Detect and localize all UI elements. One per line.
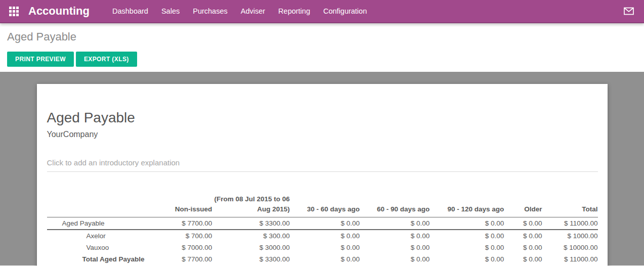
- money-cell: $ 7000.00: [167, 242, 212, 253]
- table-body: Aged Payable$ 7700.00$ 3300.00$ 0.00$ 0.…: [47, 217, 598, 265]
- page-title: Aged Payable: [7, 30, 637, 43]
- print-preview-button[interactable]: PRINT PREVIEW: [7, 52, 74, 67]
- money-cell: $ 0.00: [360, 217, 430, 230]
- nav-menu: DashboardSalesPurchasesAdviserReportingC…: [106, 0, 373, 22]
- table-row: Axelor$ 700.00$ 300.00$ 0.00$ 0.00$ 0.00…: [47, 230, 598, 242]
- money-cell: $ 0.00: [360, 253, 430, 265]
- report-title: Aged Payable: [47, 110, 598, 126]
- money-cell: $ 3300.00: [212, 217, 290, 230]
- money-cell: $ 0.00: [430, 253, 504, 265]
- money-cell: $ 0.00: [504, 217, 542, 230]
- money-cell: $ 0.00: [290, 230, 360, 242]
- money-cell: $ 300.00: [212, 230, 290, 242]
- money-cell: $ 3300.00: [212, 253, 290, 265]
- table-row: Aged Payable$ 7700.00$ 3300.00$ 0.00$ 0.…: [47, 217, 598, 230]
- money-cell: $ 0.00: [290, 242, 360, 253]
- nav-item-dashboard[interactable]: Dashboard: [106, 0, 155, 22]
- aged-payable-table: Non-issued(From 08 Jul 2015 to 06 Aug 20…: [47, 194, 598, 265]
- money-cell: $ 7700.00: [167, 253, 212, 265]
- column-header: Non-issued: [167, 194, 212, 217]
- money-cell: $ 11000.00: [542, 217, 597, 230]
- table-header-row: Non-issued(From 08 Jul 2015 to 06 Aug 20…: [47, 194, 598, 217]
- money-cell: $ 0.00: [430, 230, 504, 242]
- money-cell: $ 700.00: [167, 230, 212, 242]
- action-buttons: PRINT PREVIEW EXPORT (XLS): [7, 52, 637, 67]
- export-xls-button[interactable]: EXPORT (XLS): [76, 52, 137, 67]
- column-header: 90 - 120 days ago: [430, 194, 504, 217]
- row-label: Vauxoo: [47, 242, 167, 253]
- money-cell: $ 11000.00: [542, 253, 597, 265]
- money-cell: $ 0.00: [290, 217, 360, 230]
- row-label: Aged Payable: [47, 217, 167, 230]
- money-cell: $ 3000.00: [212, 242, 290, 253]
- money-cell: $ 10000.00: [542, 242, 597, 253]
- report-company: YourCompany: [47, 130, 598, 139]
- column-header: 60 - 90 days ago: [360, 194, 430, 217]
- control-panel: Aged Payable PRINT PREVIEW EXPORT (XLS): [0, 23, 644, 72]
- content-area: Aged Payable YourCompany Click to add an…: [0, 72, 644, 265]
- money-cell: $ 0.00: [430, 217, 504, 230]
- column-header: Older: [504, 194, 542, 217]
- column-header: Total: [542, 194, 597, 217]
- apps-grid-icon[interactable]: [8, 6, 19, 17]
- intro-placeholder[interactable]: Click to add an introductory explanation: [47, 158, 598, 172]
- money-cell: $ 0.00: [430, 242, 504, 253]
- money-cell: $ 0.00: [504, 253, 542, 265]
- money-cell: $ 0.00: [360, 230, 430, 242]
- nav-item-sales[interactable]: Sales: [155, 0, 186, 22]
- nav-item-adviser[interactable]: Adviser: [234, 0, 272, 22]
- money-cell: $ 0.00: [504, 230, 542, 242]
- money-cell: $ 1000.00: [542, 230, 597, 242]
- top-navbar: Accounting DashboardSalesPurchasesAdvise…: [0, 0, 644, 23]
- nav-item-reporting[interactable]: Reporting: [272, 0, 317, 22]
- money-cell: $ 0.00: [504, 242, 542, 253]
- app-brand[interactable]: Accounting: [28, 5, 90, 18]
- row-label: Axelor: [47, 230, 167, 242]
- column-header: (From 08 Jul 2015 to 06 Aug 2015): [212, 194, 290, 217]
- navbar-right: [622, 5, 636, 17]
- row-label-header: [47, 194, 167, 217]
- table-row: Vauxoo$ 7000.00$ 3000.00$ 0.00$ 0.00$ 0.…: [47, 242, 598, 253]
- money-cell: $ 0.00: [290, 253, 360, 265]
- table-row: Total Aged Payable$ 7700.00$ 3300.00$ 0.…: [47, 253, 598, 265]
- nav-item-configuration[interactable]: Configuration: [317, 0, 373, 22]
- nav-item-purchases[interactable]: Purchases: [186, 0, 234, 22]
- row-label: Total Aged Payable: [47, 253, 167, 265]
- messages-envelope-icon[interactable]: [622, 5, 636, 17]
- column-header: 30 - 60 days ago: [290, 194, 360, 217]
- money-cell: $ 0.00: [360, 242, 430, 253]
- report-card: Aged Payable YourCompany Click to add an…: [37, 84, 608, 266]
- money-cell: $ 7700.00: [167, 217, 212, 230]
